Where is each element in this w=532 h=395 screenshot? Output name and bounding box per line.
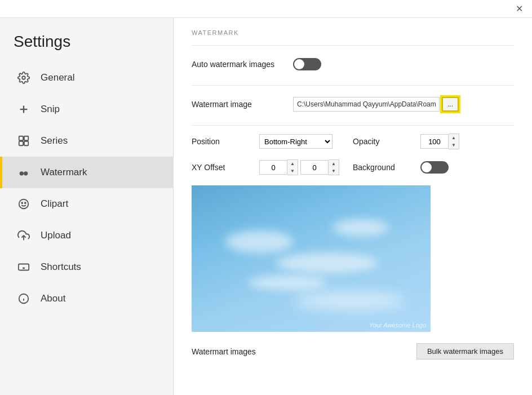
sidebar-item-series-label: Series: [41, 135, 68, 147]
opacity-down-btn[interactable]: ▼: [449, 141, 459, 149]
sidebar-item-series[interactable]: Series: [0, 125, 173, 157]
position-opacity-row: Position Bottom-Right Top-Left Top-Cente…: [192, 134, 514, 149]
svg-rect-5: [19, 141, 23, 145]
sidebar-item-snip[interactable]: Snip: [0, 94, 173, 125]
sidebar-item-upload-label: Upload: [41, 230, 71, 241]
opacity-col: Opacity ▲ ▼: [353, 134, 514, 149]
svg-point-10: [21, 202, 23, 203]
svg-rect-4: [24, 136, 28, 140]
sidebar-item-about-label: About: [41, 293, 65, 304]
info-icon: [16, 291, 32, 307]
close-icon: ✕: [516, 3, 523, 14]
svg-point-8: [24, 171, 28, 175]
keyboard-icon: [16, 259, 32, 275]
xy-offset-group: ▲ ▼ ▲ ▼: [259, 159, 339, 175]
browse-button[interactable]: ...: [442, 97, 459, 112]
y-offset-spinner: ▲ ▼: [300, 159, 339, 175]
background-label: Background: [353, 163, 420, 172]
plus-icon: [16, 101, 32, 117]
xy-offset-label: XY Offset: [192, 163, 259, 172]
main-content: Settings General Snip Series: [0, 18, 532, 395]
divider-2: [192, 125, 514, 126]
content-panel: WATERMARK Auto watermark images Watermar…: [174, 18, 532, 395]
sidebar-item-clipart-label: Clipart: [41, 198, 68, 210]
watermart-image-label: Watermart image: [192, 100, 293, 109]
background-col: Background: [353, 161, 514, 174]
y-spinner-btns: ▲ ▼: [329, 159, 339, 175]
close-button[interactable]: ✕: [511, 2, 527, 16]
position-select[interactable]: Bottom-Right Top-Left Top-Center Top-Rig…: [259, 134, 333, 149]
svg-rect-13: [19, 264, 29, 270]
svg-point-0: [22, 76, 25, 79]
sidebar-item-watermark[interactable]: Watermark: [0, 157, 173, 188]
drops-icon: [16, 165, 32, 180]
section-title: WATERMARK: [192, 18, 514, 45]
watermark-logo-text: Your Awesome Logo: [369, 322, 426, 329]
position-label: Position: [192, 137, 259, 146]
sidebar-item-general-label: General: [41, 72, 74, 83]
svg-point-7: [20, 171, 24, 175]
divider-1: [192, 85, 514, 86]
xy-offset-col: XY Offset ▲ ▼ ▲: [192, 159, 353, 175]
settings-window: ✕ Settings General Snip: [0, 0, 532, 395]
titlebar: ✕: [0, 0, 532, 18]
opacity-label: Opacity: [353, 137, 420, 146]
bulk-watermark-button[interactable]: Bulk watermark images: [416, 343, 514, 360]
auto-watermark-label: Auto watermark images: [192, 60, 293, 69]
svg-point-11: [25, 202, 26, 203]
watermart-images-label: Watermart images: [192, 347, 293, 356]
x-down-btn[interactable]: ▼: [287, 167, 298, 175]
app-title: Settings: [0, 24, 173, 62]
watermart-image-row: Watermart image ...: [192, 94, 514, 115]
sidebar-item-clipart[interactable]: Clipart: [0, 188, 173, 220]
cloud-2: [276, 253, 378, 273]
preview-sky: Your Awesome Logo: [192, 185, 431, 332]
auto-watermark-toggle[interactable]: [293, 58, 321, 70]
x-up-btn[interactable]: ▲: [287, 160, 298, 167]
sidebar-item-general[interactable]: General: [0, 62, 173, 94]
sidebar-item-shortcuts[interactable]: Shortcuts: [0, 251, 173, 283]
cloud-4: [248, 276, 327, 290]
svg-point-9: [19, 199, 29, 209]
upload-icon: [16, 228, 32, 243]
opacity-up-btn[interactable]: ▲: [449, 134, 459, 141]
y-up-btn[interactable]: ▲: [329, 160, 339, 167]
bg-toggle-knob: [422, 162, 432, 172]
sidebar-item-about[interactable]: About: [0, 283, 173, 314]
sidebar-item-snip-label: Snip: [41, 104, 60, 115]
bottom-row: Watermart images Bulk watermark images: [192, 343, 514, 360]
cloud-3: [333, 219, 389, 236]
sidebar-item-upload[interactable]: Upload: [0, 220, 173, 251]
opacity-spinner-btns: ▲ ▼: [449, 134, 459, 149]
cloud-5: [293, 292, 406, 309]
y-offset-input[interactable]: [300, 160, 329, 175]
auto-watermark-row: Auto watermark images: [192, 54, 514, 75]
position-col: Position Bottom-Right Top-Left Top-Cente…: [192, 134, 353, 149]
file-path-group: ...: [293, 97, 459, 112]
svg-rect-3: [19, 136, 23, 140]
preview-area: Your Awesome Logo: [192, 185, 431, 332]
sidebar-item-shortcuts-label: Shortcuts: [41, 261, 81, 273]
xy-background-row: XY Offset ▲ ▼ ▲: [192, 159, 514, 175]
sidebar-item-watermark-label: Watermark: [41, 167, 87, 178]
file-path-input[interactable]: [293, 97, 440, 112]
gear-icon: [16, 70, 32, 86]
x-offset-spinner: ▲ ▼: [259, 159, 298, 175]
y-down-btn[interactable]: ▼: [329, 167, 339, 175]
sidebar: Settings General Snip Series: [0, 18, 174, 395]
cloud-1: [225, 230, 293, 253]
smiley-icon: [16, 196, 32, 212]
layers-icon: [16, 133, 32, 149]
opacity-input[interactable]: [420, 134, 449, 149]
x-offset-input[interactable]: [259, 160, 287, 175]
toggle-knob: [294, 59, 304, 69]
svg-rect-6: [24, 141, 28, 145]
x-spinner-btns: ▲ ▼: [287, 159, 298, 175]
background-toggle[interactable]: [420, 161, 449, 174]
divider-top: [192, 45, 514, 46]
opacity-spinner: ▲ ▼: [420, 134, 459, 149]
